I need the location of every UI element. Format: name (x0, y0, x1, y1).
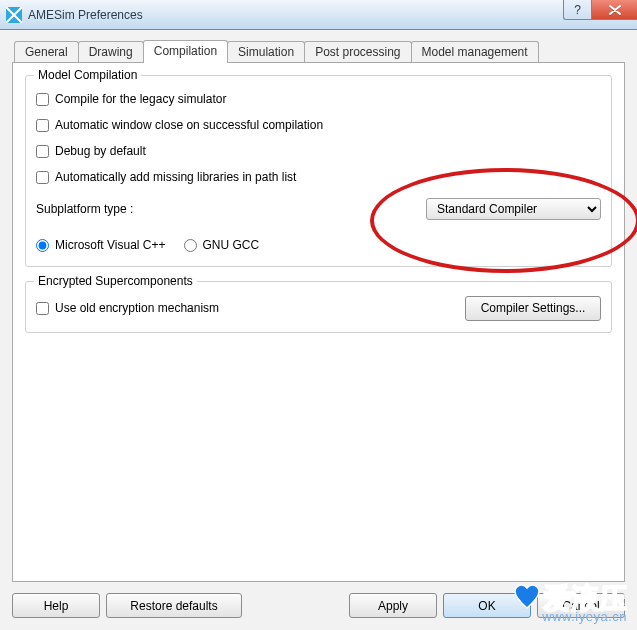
app-icon (6, 7, 22, 23)
dialog-button-bar: Help Restore defaults Apply OK Cancel (12, 593, 625, 618)
group-encrypted-supercomponents: Encrypted Supercomponents Use old encryp… (25, 281, 612, 333)
checkbox-old-encryption[interactable] (36, 302, 49, 315)
cancel-button[interactable]: Cancel (537, 593, 625, 618)
tab-simulation[interactable]: Simulation (227, 41, 305, 62)
button-label: Compiler Settings... (481, 301, 586, 315)
window-title: AMESim Preferences (28, 8, 143, 22)
radio-msvc[interactable] (36, 239, 49, 252)
subplatform-row: Subplatform type : Standard Compiler (36, 198, 601, 220)
window-controls: ? (563, 0, 637, 22)
button-label: Help (44, 599, 69, 613)
checkbox-debug-default[interactable] (36, 145, 49, 158)
button-label: OK (478, 599, 495, 613)
checkbox-label: Use old encryption mechanism (55, 301, 219, 315)
tab-compilation[interactable]: Compilation (143, 40, 228, 63)
subplatform-select[interactable]: Standard Compiler (426, 198, 601, 220)
tab-panel-compilation: Model Compilation Compile for the legacy… (12, 62, 625, 582)
tab-label: Compilation (154, 44, 217, 58)
checkbox-legacy-simulator[interactable] (36, 93, 49, 106)
question-icon: ? (574, 3, 581, 17)
radio-gcc[interactable] (184, 239, 197, 252)
checkbox-auto-close[interactable] (36, 119, 49, 132)
button-label: Apply (378, 599, 408, 613)
tab-strip: General Drawing Compilation Simulation P… (14, 40, 625, 62)
checkbox-row-old-enc: Use old encryption mechanism (36, 297, 219, 319)
tab-label: Simulation (238, 45, 294, 59)
compiler-settings-button[interactable]: Compiler Settings... (465, 296, 601, 321)
apply-button[interactable]: Apply (349, 593, 437, 618)
tab-drawing[interactable]: Drawing (78, 41, 144, 62)
group-legend: Encrypted Supercomponents (34, 274, 197, 288)
ok-button[interactable]: OK (443, 593, 531, 618)
tabs-container: General Drawing Compilation Simulation P… (12, 40, 625, 582)
checkbox-row-auto-close: Automatic window close on successful com… (36, 114, 601, 136)
tab-label: General (25, 45, 68, 59)
restore-defaults-button[interactable]: Restore defaults (106, 593, 242, 618)
subplatform-label: Subplatform type : (36, 202, 133, 216)
checkbox-row-debug: Debug by default (36, 140, 601, 162)
checkbox-label: Automatic window close on successful com… (55, 118, 323, 132)
tab-general[interactable]: General (14, 41, 79, 62)
help-button[interactable]: Help (12, 593, 100, 618)
tab-label: Model management (422, 45, 528, 59)
title-bar: AMESim Preferences ? (0, 0, 637, 30)
tab-model-management[interactable]: Model management (411, 41, 539, 62)
dialog-content: General Drawing Compilation Simulation P… (0, 30, 637, 630)
checkbox-auto-libraries[interactable] (36, 171, 49, 184)
button-label: Cancel (562, 599, 599, 613)
checkbox-label: Automatically add missing libraries in p… (55, 170, 296, 184)
tab-label: Post processing (315, 45, 400, 59)
checkbox-label: Debug by default (55, 144, 146, 158)
compiler-radio-row: Microsoft Visual C++ GNU GCC (36, 238, 601, 252)
tab-label: Drawing (89, 45, 133, 59)
close-icon (608, 5, 622, 15)
checkbox-label: Compile for the legacy simulator (55, 92, 226, 106)
tab-post-processing[interactable]: Post processing (304, 41, 411, 62)
button-label: Restore defaults (130, 599, 217, 613)
checkbox-row-auto-libs: Automatically add missing libraries in p… (36, 166, 601, 188)
checkbox-row-legacy: Compile for the legacy simulator (36, 88, 601, 110)
radio-label: Microsoft Visual C++ (55, 238, 166, 252)
help-button-titlebar[interactable]: ? (563, 0, 591, 20)
group-legend: Model Compilation (34, 68, 141, 82)
close-button[interactable] (591, 0, 637, 20)
group-model-compilation: Model Compilation Compile for the legacy… (25, 75, 612, 267)
radio-label: GNU GCC (203, 238, 260, 252)
